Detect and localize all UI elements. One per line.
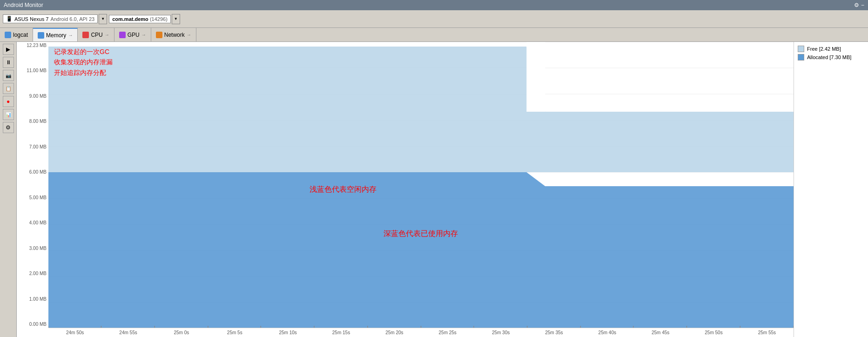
tab-memory-label: Memory: [46, 32, 66, 39]
legend-label: Allocated [7.30 MB]: [807, 54, 851, 60]
x-axis-label: 25m 10s: [261, 330, 314, 335]
device-icon: 📱: [6, 16, 13, 22]
y-axis-label: 5.00 MB: [29, 195, 47, 200]
memory-icon: [38, 32, 44, 39]
play-button[interactable]: ▶: [3, 44, 14, 55]
x-axis-label: 25m 0s: [155, 330, 208, 335]
annotation-line1: 记录发起的一次GC: [54, 47, 113, 57]
y-axis-label: 2.00 MB: [29, 271, 47, 276]
cpu-arrow-icon: →: [105, 32, 109, 37]
y-axis-label: 6.00 MB: [29, 169, 47, 175]
annotation-line2: 收集发现的内存泄漏: [54, 57, 113, 67]
device-name: ASUS Nexus 7: [14, 16, 48, 22]
legend-label: Free [2.42 MB]: [807, 46, 841, 52]
device-version: Android 6.0, API 23: [50, 16, 94, 22]
x-axis-label: 25m 5s: [208, 330, 261, 335]
process-pid: (14296): [150, 16, 168, 22]
process-dropdown-button[interactable]: ▼: [172, 14, 180, 24]
y-axis-label: 1.00 MB: [29, 297, 47, 302]
tab-logcat[interactable]: logcat: [0, 28, 33, 41]
tab-network-label: Network: [164, 32, 185, 38]
left-panel: ▶ ⏸ 📷 📋 ● 📊 ⚙: [0, 42, 17, 337]
device-dropdown-button[interactable]: ▼: [99, 14, 107, 24]
y-axis-label: 9.00 MB: [29, 94, 47, 99]
memory-arrow-icon: →: [68, 33, 73, 38]
gpu-arrow-icon: →: [141, 32, 146, 37]
svg-marker-13: [48, 172, 794, 328]
settings-button[interactable]: ⚙: [3, 122, 14, 133]
x-axis: 24m 50s24m 55s25m 0s25m 5s25m 10s25m 15s…: [48, 328, 794, 337]
x-axis-label: 25m 15s: [315, 330, 368, 335]
process-label: com.mat.demo (14296): [109, 15, 171, 23]
app-title: Android Monitor: [4, 2, 43, 8]
stop-button[interactable]: ●: [3, 96, 14, 107]
x-axis-label: 25m 20s: [368, 330, 421, 335]
tab-cpu[interactable]: CPU →: [78, 28, 114, 41]
pause-button[interactable]: ⏸: [3, 57, 14, 68]
tab-logcat-label: logcat: [13, 32, 28, 38]
annotation-line3: 开始追踪内存分配: [54, 67, 113, 78]
legend-item: Free [2.42 MB]: [798, 46, 864, 52]
x-axis-label: 24m 50s: [48, 330, 101, 335]
light-blue-label: 浅蓝色代表空闲内存: [310, 185, 377, 195]
y-axis: 12.23 MB11.00 MB9.00 MB8.00 MB7.00 MB6.0…: [17, 42, 48, 328]
toolbar: 📱 ASUS Nexus 7 Android 6.0, API 23 ▼ com…: [0, 10, 868, 28]
x-axis-label: 25m 35s: [527, 330, 580, 335]
main-area: ▶ ⏸ 📷 📋 ● 📊 ⚙ 记录发起的一次GC 收集发现的内存泄漏 开始追踪内存…: [0, 42, 868, 337]
x-axis-label: 25m 40s: [581, 330, 634, 335]
y-axis-label: 12.23 MB: [27, 43, 47, 48]
tab-network[interactable]: Network →: [151, 28, 196, 41]
chart-area: 记录发起的一次GC 收集发现的内存泄漏 开始追踪内存分配 浅蓝色代表空闲内存 深…: [17, 42, 794, 337]
y-axis-label: 0.00 MB: [29, 322, 47, 327]
x-axis-label: 25m 30s: [474, 330, 527, 335]
gear-icon[interactable]: ⚙: [854, 2, 859, 8]
svg-rect-14: [526, 42, 545, 112]
title-bar: Android Monitor ⚙ −: [0, 0, 868, 10]
title-bar-left: Android Monitor: [4, 2, 43, 8]
tab-gpu[interactable]: GPU →: [114, 28, 151, 41]
svg-marker-12: [48, 47, 794, 172]
device-label: 📱 ASUS Nexus 7 Android 6.0, API 23: [3, 14, 98, 23]
cpu-icon: [82, 32, 89, 38]
logcat-icon: [5, 32, 11, 38]
process-selector: com.mat.demo (14296) ▼: [109, 14, 180, 24]
network-icon: [156, 32, 162, 38]
x-axis-label: 25m 55s: [740, 330, 794, 335]
x-axis-label: 24m 55s: [101, 330, 155, 335]
y-axis-label: 11.00 MB: [27, 68, 47, 73]
y-axis-label: 4.00 MB: [29, 220, 47, 225]
legend-color-box: [798, 54, 804, 61]
x-axis-label: 25m 50s: [687, 330, 740, 335]
tab-bar: logcat Memory → CPU → GPU → Network →: [0, 28, 868, 42]
y-axis-label: 8.00 MB: [29, 119, 47, 124]
y-axis-label: 3.00 MB: [29, 246, 47, 251]
dark-blue-label: 深蓝色代表已使用内存: [384, 229, 458, 239]
y-axis-label: 7.00 MB: [29, 144, 47, 149]
tab-memory[interactable]: Memory →: [33, 28, 78, 41]
list-button[interactable]: 📋: [3, 83, 14, 94]
camera-button[interactable]: 📷: [3, 70, 14, 81]
annotations: 记录发起的一次GC 收集发现的内存泄漏 开始追踪内存分配: [54, 47, 113, 78]
chart-svg: [48, 42, 794, 328]
x-axis-label: 25m 45s: [634, 330, 687, 335]
x-axis-label: 25m 25s: [421, 330, 474, 335]
device-selector: 📱 ASUS Nexus 7 Android 6.0, API 23 ▼: [3, 14, 107, 24]
minimize-icon[interactable]: −: [861, 2, 864, 8]
legend-item: Allocated [7.30 MB]: [798, 54, 864, 61]
network-arrow-icon: →: [187, 32, 191, 37]
legend-panel: Free [2.42 MB]Allocated [7.30 MB]: [794, 42, 868, 337]
legend-color-box: [798, 46, 804, 52]
title-bar-right: ⚙ −: [854, 2, 864, 8]
process-name: com.mat.demo: [112, 16, 148, 22]
gpu-icon: [119, 32, 126, 38]
tab-cpu-label: CPU: [91, 32, 102, 38]
chart-button[interactable]: 📊: [3, 109, 14, 120]
tab-gpu-label: GPU: [128, 32, 140, 38]
